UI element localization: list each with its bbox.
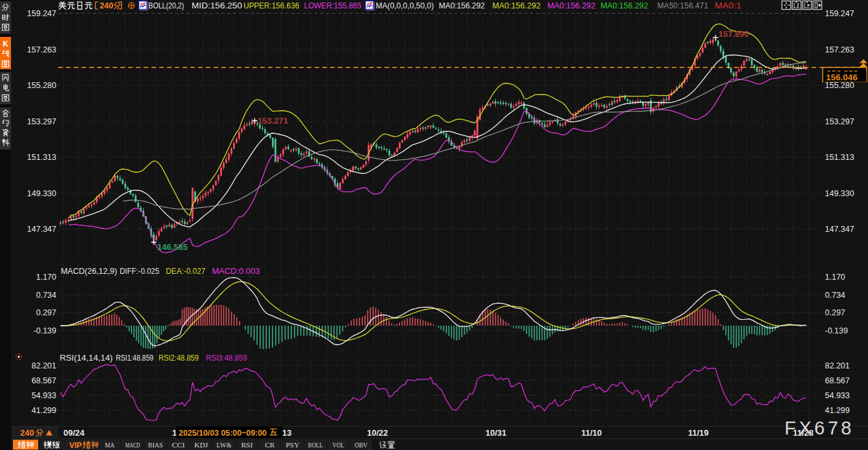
svg-text:240: 240 <box>20 428 34 438</box>
svg-text:K: K <box>3 39 8 49</box>
svg-text:RSI2:48.859: RSI2:48.859 <box>159 353 199 363</box>
svg-text:MACD:0.003: MACD:0.003 <box>212 266 260 276</box>
svg-text:BIAS: BIAS <box>148 441 163 449</box>
svg-text:153.297: 153.297 <box>825 117 854 126</box>
svg-text:UPPER:156.636: UPPER:156.636 <box>243 1 299 10</box>
svg-text:RSI: RSI <box>241 441 252 449</box>
svg-text:10/31: 10/31 <box>485 428 507 438</box>
svg-text:DIFF:-0.025: DIFF:-0.025 <box>120 266 159 276</box>
svg-text:149.330: 149.330 <box>27 189 56 198</box>
svg-text:MA0:156.292: MA0:156.292 <box>547 1 595 10</box>
svg-text:13: 13 <box>282 428 291 438</box>
svg-text:68.567: 68.567 <box>32 376 56 385</box>
svg-text:VOL: VOL <box>333 441 344 449</box>
svg-text:MA: MA <box>105 441 115 449</box>
svg-text:153.271: 153.271 <box>258 116 288 126</box>
svg-text:RSI(14,14,14): RSI(14,14,14) <box>60 353 113 363</box>
svg-text:MA0:156.292: MA0:156.292 <box>439 1 485 10</box>
svg-text:BOLL(20,2): BOLL(20,2) <box>148 1 184 10</box>
svg-text:RSI1:48.859: RSI1:48.859 <box>116 353 153 363</box>
svg-text:CR: CR <box>265 441 275 449</box>
svg-text:-0.139: -0.139 <box>34 326 56 335</box>
svg-text:82.201: 82.201 <box>825 361 850 370</box>
svg-text:MACD: MACD <box>125 441 140 449</box>
svg-text:0.734: 0.734 <box>36 291 56 300</box>
svg-text:41.299: 41.299 <box>32 406 56 415</box>
svg-text:157.263: 157.263 <box>825 45 854 54</box>
svg-text:LOWER:155.865: LOWER:155.865 <box>304 1 362 10</box>
svg-text:FX678: FX678 <box>785 418 854 438</box>
svg-text:41.299: 41.299 <box>825 406 850 415</box>
svg-text:155.280: 155.280 <box>825 81 854 90</box>
svg-text:240: 240 <box>100 1 113 10</box>
svg-text:147.347: 147.347 <box>27 225 56 234</box>
svg-text:MACD(26,12,9): MACD(26,12,9) <box>61 266 117 276</box>
svg-text:MA50:156.471: MA50:156.471 <box>658 1 709 10</box>
svg-text:151.313: 151.313 <box>27 153 56 162</box>
svg-text:159.247: 159.247 <box>27 9 56 18</box>
svg-text:MA0:156.292: MA0:156.292 <box>601 1 649 10</box>
svg-text:155.280: 155.280 <box>27 81 56 90</box>
svg-text:DEA:-0.027: DEA:-0.027 <box>166 266 205 276</box>
svg-text:10/22: 10/22 <box>367 428 388 438</box>
svg-text:54.933: 54.933 <box>825 391 850 400</box>
svg-text:MID:156.250: MID:156.250 <box>192 1 242 10</box>
svg-text:CCI: CCI <box>172 441 185 449</box>
svg-text:RSI3:48.859: RSI3:48.859 <box>206 353 247 363</box>
svg-text:0.297: 0.297 <box>825 308 845 317</box>
svg-text:0.297: 0.297 <box>36 308 56 317</box>
svg-text:KDJ: KDJ <box>194 441 208 449</box>
svg-text:159.247: 159.247 <box>825 9 854 18</box>
svg-text:156.046: 156.046 <box>826 73 858 82</box>
svg-text:BOLL: BOLL <box>308 441 323 449</box>
svg-text:157.263: 157.263 <box>27 45 56 54</box>
svg-text:MA0:156.292: MA0:156.292 <box>493 1 541 10</box>
svg-text:11/10: 11/10 <box>581 428 602 438</box>
svg-text:153.297: 153.297 <box>27 117 56 126</box>
svg-text:VIP: VIP <box>69 441 82 450</box>
svg-text:11/19: 11/19 <box>688 428 709 438</box>
svg-text:1.170: 1.170 <box>825 273 845 282</box>
svg-text:147.347: 147.347 <box>825 225 854 234</box>
svg-text:151.313: 151.313 <box>825 153 854 162</box>
svg-text:1: 1 <box>172 428 177 438</box>
svg-text:0.734: 0.734 <box>825 291 845 300</box>
svg-text:1.170: 1.170 <box>36 273 56 282</box>
svg-text:OBV: OBV <box>355 441 368 449</box>
svg-text:09/24: 09/24 <box>63 428 85 438</box>
svg-text:54.933: 54.933 <box>32 391 56 400</box>
svg-text:82.201: 82.201 <box>32 361 56 370</box>
svg-text:2025/10/03 05:00~09:00: 2025/10/03 05:00~09:00 <box>179 428 267 438</box>
svg-text:146.585: 146.585 <box>157 242 188 252</box>
svg-text:MA0:1: MA0:1 <box>715 1 741 10</box>
svg-text:LW&: LW& <box>217 441 232 449</box>
svg-text:PSY: PSY <box>286 441 300 449</box>
svg-text:68.567: 68.567 <box>825 376 850 385</box>
svg-text:157.890: 157.890 <box>718 29 749 39</box>
svg-text:-0.139: -0.139 <box>825 326 848 335</box>
svg-text:149.330: 149.330 <box>825 189 854 198</box>
svg-text:MA(0,0,0,0,50,0): MA(0,0,0,0,50,0) <box>375 1 434 10</box>
